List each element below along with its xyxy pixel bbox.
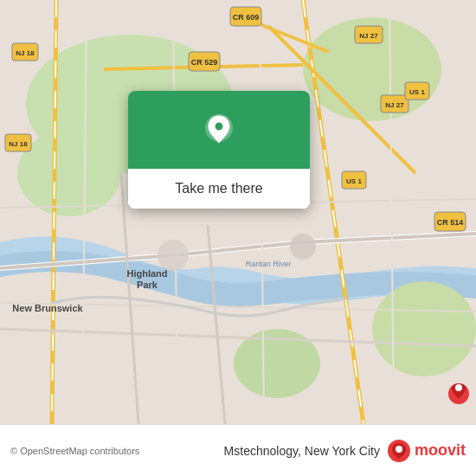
moovit-logo: moovit — [387, 439, 466, 463]
svg-text:CR 609: CR 609 — [233, 13, 260, 22]
app-name: Mstechnology, — [224, 444, 301, 458]
svg-text:Park: Park — [137, 280, 158, 290]
svg-point-36 — [396, 446, 402, 453]
popup-card: Take me there — [128, 91, 310, 209]
svg-text:NJ 27: NJ 27 — [385, 101, 404, 109]
svg-point-31 — [455, 384, 462, 391]
location-pin-icon — [202, 113, 236, 147]
svg-text:Raritan River: Raritan River — [246, 260, 292, 268]
svg-text:NJ 27: NJ 27 — [359, 32, 378, 40]
svg-point-4 — [372, 281, 476, 376]
svg-text:US 1: US 1 — [346, 177, 362, 185]
moovit-icon — [387, 439, 411, 463]
svg-text:New Brunswick: New Brunswick — [12, 303, 83, 313]
moovit-text: moovit — [415, 441, 466, 460]
svg-text:US 1: US 1 — [409, 88, 425, 96]
city-name: New York City — [305, 444, 380, 458]
popup-header — [128, 91, 310, 169]
svg-text:NJ 18: NJ 18 — [16, 49, 35, 57]
bottom-bar: © OpenStreetMap contributors Mstechnolog… — [0, 424, 476, 476]
svg-text:Highland: Highland — [126, 268, 167, 279]
take-me-there-button[interactable]: Take me there — [128, 169, 310, 209]
svg-point-34 — [215, 123, 223, 131]
copyright-text: © OpenStreetMap contributors — [10, 446, 217, 456]
svg-text:NJ 18: NJ 18 — [9, 140, 28, 148]
svg-point-7 — [290, 234, 316, 260]
svg-point-6 — [158, 240, 189, 271]
svg-text:CR 514: CR 514 — [437, 218, 464, 227]
map-svg: CR 609 NJ 18 NJ 18 CR 529 NJ 27 NJ 27 US… — [0, 0, 476, 424]
svg-point-2 — [17, 130, 121, 216]
map-container: CR 609 NJ 18 NJ 18 CR 529 NJ 27 NJ 27 US… — [0, 0, 476, 424]
svg-text:CR 529: CR 529 — [191, 58, 218, 67]
